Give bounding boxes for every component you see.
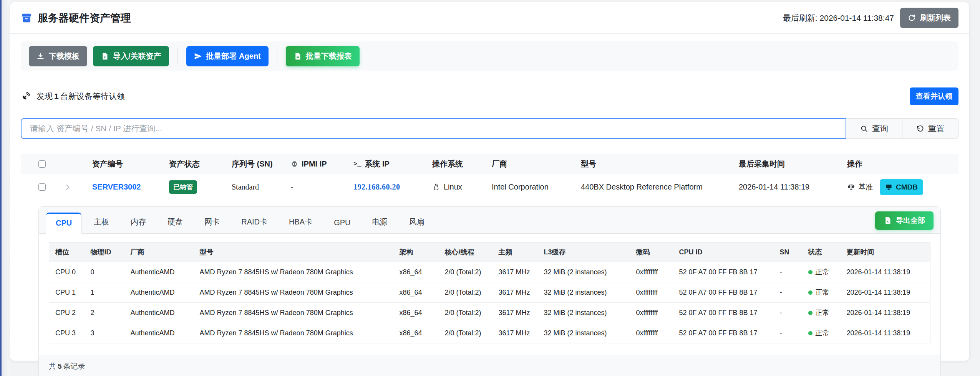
export-all-button[interactable]: x 导出全部 [875,211,934,230]
cpu-row: CPU 33 AuthenticAMDAMD Ryzen 7 8845HS w/… [49,323,930,343]
report-file-icon [294,52,302,60]
toolbar-separator [177,48,178,64]
col-os: 操作系统 [432,159,492,169]
refresh-icon [908,14,916,22]
asset-id-link[interactable]: SERVER3002 [92,183,141,191]
asset-row: SERVER3002 已纳管 Standard - 192.168.60.20 … [21,174,958,200]
main-card: 服务器硬件资产管理 最后刷新: 2026-01-14 11:38:47 刷新列表… [10,2,969,361]
last-refresh-text: 最后刷新: 2026-01-14 11:38:47 [783,13,894,23]
row-checkbox[interactable] [38,183,46,191]
cpu-row: CPU 00 AuthenticAMDAMD Ryzen 7 8845HS w/… [49,262,930,282]
reset-button[interactable]: 重置 [902,118,958,139]
col-asset-id: 资产编号 [92,159,169,169]
title-wrap: 服务器硬件资产管理 [21,11,131,25]
excel-file-icon: x [101,52,109,60]
col-system-ip: >_ 系统 IP [353,159,432,169]
download-template-button[interactable]: 下载模板 [29,46,87,66]
search-input[interactable] [21,118,846,139]
deploy-agent-button[interactable]: 批量部署 Agent [186,46,269,66]
svg-text:x: x [887,219,889,223]
linux-penguin-icon [432,183,440,191]
terminal-icon: >_ [353,160,361,168]
discovery-text: 发现1台新设备等待认领 [21,91,125,102]
record-count-footer: 共5条记录 [39,355,940,376]
tab-power[interactable]: 电源 [363,211,397,233]
detail-panel: CPU 主板 内存 硬盘 网卡 RAID卡 HBA卡 GPU 电源 风扇 x 导… [38,206,941,376]
cpu-table: 槽位 物理ID 厂商 型号 架构 核心/线程 主频 L3缓存 微码 CPU ID… [49,242,930,343]
cpu-table-wrap: 槽位 物理ID 厂商 型号 架构 核心/线程 主频 L3缓存 微码 CPU ID… [39,234,940,350]
baseline-button[interactable]: 基准 [847,182,873,192]
toolbar-separator [277,48,277,64]
chip-icon [291,160,298,168]
search-icon [860,125,868,133]
excel-file-icon: x [884,216,892,224]
status-ok-dot [808,331,813,335]
discovery-banner: 发现1台新设备等待认领 查看并认领 [21,87,958,105]
cpu-table-header: 槽位 物理ID 厂商 型号 架构 核心/线程 主频 L3缓存 微码 CPU ID… [49,242,930,262]
tab-disk[interactable]: 硬盘 [158,211,192,233]
page-title: 服务器硬件资产管理 [38,11,131,25]
status-ok-dot [808,311,813,315]
query-button[interactable]: 查询 [846,118,902,139]
cpu-row: CPU 22 AuthenticAMDAMD Ryzen 7 8845HS w/… [49,303,930,323]
ipmi-ip-value: - [291,183,353,191]
last-collect-value: 2026-01-14 11:38:19 [739,183,847,191]
sn-value: Standard [232,183,291,191]
tab-cpu[interactable]: CPU [46,213,82,234]
vendor-value: Intel Corporation [492,183,581,191]
select-all-checkbox[interactable] [38,160,46,168]
refresh-list-button[interactable]: 刷新列表 [900,8,958,28]
col-asset-status: 资产状态 [169,159,232,169]
tab-mainboard[interactable]: 主板 [84,211,119,233]
batch-report-button[interactable]: 批量下载报表 [286,46,360,66]
tab-memory[interactable]: 内存 [121,211,156,233]
tab-nic[interactable]: 网卡 [195,211,229,233]
col-vendor: 厂商 [492,159,581,169]
system-ip-link[interactable]: 192.168.60.20 [353,183,400,191]
window-left-fade [2,0,10,376]
refresh-wrap: 最后刷新: 2026-01-14 11:38:47 刷新列表 [783,8,958,28]
tab-gpu[interactable]: GPU [324,212,360,233]
tab-fan[interactable]: 风扇 [400,211,434,233]
reset-icon [916,125,924,133]
tab-hba[interactable]: HBA卡 [279,211,322,233]
page-header: 服务器硬件资产管理 最后刷新: 2026-01-14 11:38:47 刷新列表 [10,2,969,34]
satellite-dish-icon [21,91,31,101]
col-ipmi-ip: IPMI IP [291,160,353,168]
server-icon [21,12,32,24]
row-actions: 基准 CMDB [847,179,958,195]
model-value: 440BX Desktop Reference Platform [581,183,739,191]
scale-icon [847,183,855,191]
col-sn: 序列号 (SN) [232,159,291,169]
claim-devices-button[interactable]: 查看并认领 [910,87,958,105]
import-assets-button[interactable]: x 导入/关联资产 [93,46,169,66]
svg-text:x: x [104,55,106,59]
status-badge: 已纳管 [169,180,197,194]
col-actions: 操作 [847,159,958,169]
os-value: Linux [432,183,492,191]
toolbar: 下载模板 x 导入/关联资产 批量部署 Agent 批量下载报表 [21,41,958,71]
component-tabbar: CPU 主板 内存 硬盘 网卡 RAID卡 HBA卡 GPU 电源 风扇 x 导… [39,207,940,234]
status-ok-dot [808,270,813,274]
tab-raid[interactable]: RAID卡 [232,211,277,233]
download-icon [36,52,45,60]
cpu-row: CPU 11 AuthenticAMDAMD Ryzen 7 8845HS w/… [49,282,930,303]
monitor-icon [885,183,892,191]
search-group: 查询 重置 [21,118,958,139]
cmdb-button[interactable]: CMDB [880,179,923,195]
col-model: 型号 [581,159,739,169]
asset-table-header: 资产编号 资产状态 序列号 (SN) IPMI IP >_ 系统 IP 操作系统… [21,154,958,174]
rocket-icon [194,52,202,60]
expand-chevron-icon[interactable] [64,183,71,191]
col-last-collect: 最后采集时间 [739,159,847,169]
status-ok-dot [808,290,813,295]
asset-table: 资产编号 资产状态 序列号 (SN) IPMI IP >_ 系统 IP 操作系统… [21,154,958,200]
